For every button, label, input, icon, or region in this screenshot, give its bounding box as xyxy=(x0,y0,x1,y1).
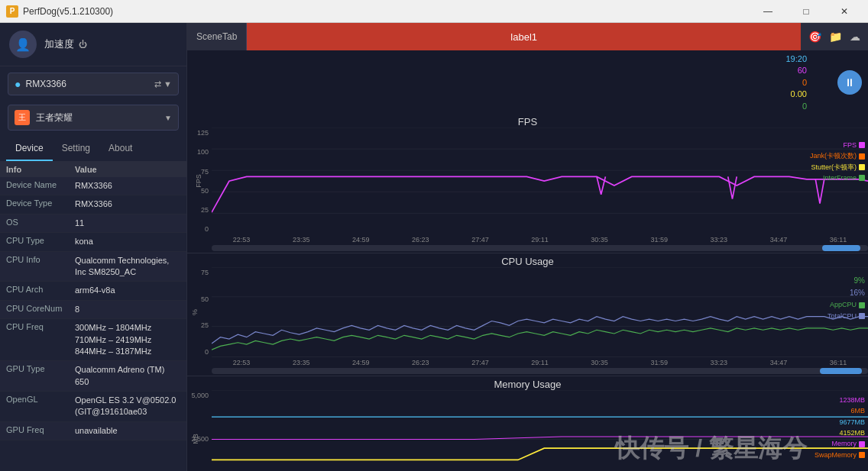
cpu-legend-app: AppCPU xyxy=(828,299,865,310)
fps-chart-title: FPS xyxy=(187,114,868,127)
sidebar-header: 👤 加速度 ⏻ xyxy=(0,23,186,66)
scene-tab[interactable]: SceneTab xyxy=(187,23,247,50)
cpu-chart-svg xyxy=(212,267,868,357)
info-row: GPU Frequnavailable xyxy=(0,422,186,440)
memory-y-axis: 5,0002,5000 xyxy=(187,390,212,471)
info-row: Device NameRMX3366 xyxy=(0,177,186,195)
cpu-scroll-track[interactable] xyxy=(212,368,868,374)
device-arrows-icon: ⇄ ▼ xyxy=(154,79,172,89)
close-button[interactable]: ✕ xyxy=(827,0,862,23)
value-col-header: Value xyxy=(75,165,180,174)
info-row: CPU CoreNum8 xyxy=(0,301,186,319)
top-bar-icons: 🎯 📁 ☁ xyxy=(801,23,868,50)
app-icon: P xyxy=(6,5,18,18)
memory-legend: 1238MB 6MB 9677MB 4152MB Memory SwapMemo… xyxy=(815,395,865,460)
device-status-dot: ● xyxy=(15,78,21,90)
fps-legend-interframe: InterFrame xyxy=(810,173,865,183)
cpu-chart-title: CPU Usage xyxy=(187,253,868,267)
tab-setting[interactable]: Setting xyxy=(53,137,99,161)
sidebar: 👤 加速度 ⏻ ● RMX3366 ⇄ ▼ 王 王者荣耀 ▼ Device Se… xyxy=(0,23,187,471)
val3: 0.00 xyxy=(785,89,807,100)
main-container: 👤 加速度 ⏻ ● RMX3366 ⇄ ▼ 王 王者荣耀 ▼ Device Se… xyxy=(0,23,868,471)
memory-axis-label: MB xyxy=(192,434,199,445)
cpu-x-axis: 22:53 23:35 24:59 26:23 27:47 29:11 30:3… xyxy=(187,357,868,368)
title-bar: P PerfDog(v5.1.210300) — □ ✕ xyxy=(0,0,868,23)
app-name: 王者荣耀 xyxy=(36,111,158,124)
info-row: CPU Freq300MHz – 1804MHz 710MHz – 2419MH… xyxy=(0,319,186,361)
fps-axis-label: FPS xyxy=(195,174,202,188)
val4: 0 xyxy=(785,101,807,112)
cpu-total-stat: 16% xyxy=(828,287,865,299)
fps-value: 60 xyxy=(785,65,807,76)
cpu-scroll-thumb[interactable] xyxy=(820,368,862,374)
info-col-header: Info xyxy=(6,165,75,174)
info-row: CPU InfoQualcomm Technologies, Inc SM825… xyxy=(0,252,186,282)
pause-button[interactable]: ⏸ xyxy=(837,70,862,95)
app-selector[interactable]: 王 王者荣耀 ▼ xyxy=(8,105,179,131)
memory-chart-section: Memory Usage 5,0002,5000 MB xyxy=(187,376,868,471)
memory-legend-mem: Memory xyxy=(815,438,865,449)
fps-legend-fps: FPS xyxy=(810,140,865,150)
fps-stats: 19:20 60 0 0.00 0 xyxy=(785,53,807,112)
fps-legend: FPS Jank(卡顿次数) Stutter(卡顿率) xyxy=(810,140,865,184)
tab-about[interactable]: About xyxy=(99,137,141,161)
memory-val2: 6MB xyxy=(815,405,865,416)
cpu-legend-total: TotalCPU xyxy=(828,311,865,321)
avatar: 👤 xyxy=(9,31,37,58)
cloud-icon[interactable]: ☁ xyxy=(850,31,860,43)
app-chevron-icon: ▼ xyxy=(164,114,172,122)
fps-scroll-track[interactable] xyxy=(212,245,868,251)
time-value: 19:20 xyxy=(785,53,807,65)
maximize-button[interactable]: □ xyxy=(789,0,824,23)
memory-val1: 1238MB xyxy=(815,395,865,405)
title-text: PerfDog(v5.1.210300) xyxy=(23,6,750,17)
fps-chart-body: FPS Jank(卡顿次数) Stutter(卡顿率) xyxy=(212,127,868,234)
fps-legend-stutter: Stutter(卡顿率) xyxy=(810,162,865,173)
memory-val3: 9677MB xyxy=(815,417,865,427)
target-icon[interactable]: 🎯 xyxy=(808,31,821,43)
cpu-app-stat: 9% xyxy=(828,275,865,287)
folder-icon[interactable]: 📁 xyxy=(829,31,842,43)
label-bar: label1 xyxy=(247,23,801,50)
info-row: OS11 xyxy=(0,215,186,233)
memory-chart-body: 1238MB 6MB 9677MB 4152MB Memory SwapMemo… xyxy=(212,390,868,471)
minimize-button[interactable]: — xyxy=(750,0,785,23)
window-controls: — □ ✕ xyxy=(750,0,862,23)
fps-x-axis: 22:53 23:35 24:59 26:23 27:47 29:11 30:3… xyxy=(187,234,868,245)
info-row: GPU TypeQualcomm Adreno (TM) 650 xyxy=(0,361,186,392)
fps-chart-section: FPS 1251007550250 FPS xyxy=(187,114,868,253)
device-selector[interactable]: ● RMX3366 ⇄ ▼ xyxy=(8,73,179,95)
fps-chart-svg xyxy=(212,127,868,234)
fps-scroll-thumb[interactable] xyxy=(822,245,860,251)
cpu-legend: 9% 16% AppCPU TotalCPU xyxy=(828,275,865,321)
cpu-axis-label: % xyxy=(191,309,199,315)
cpu-chart-container: 7550250 % xyxy=(187,267,868,357)
device-name: RMX3366 xyxy=(25,79,154,89)
memory-val4: 4152MB xyxy=(815,427,865,438)
memory-chart-title: Memory Usage xyxy=(187,376,868,390)
content-area: SceneTab label1 🎯 📁 ☁ 19:20 60 0 0.00 0 … xyxy=(187,23,868,471)
tab-device[interactable]: Device xyxy=(6,137,53,161)
tab-bar: Device Setting About xyxy=(0,137,186,162)
power-icon[interactable]: ⏻ xyxy=(79,40,87,49)
charts-area: FPS 1251007550250 FPS xyxy=(187,114,868,471)
controls-row: 19:20 60 0 0.00 0 ⏸ xyxy=(187,50,868,114)
info-row: CPU Typekona xyxy=(0,233,186,251)
fps-chart-container: 1251007550250 FPS xyxy=(187,127,868,234)
top-bar: SceneTab label1 🎯 📁 ☁ xyxy=(187,23,868,50)
cpu-chart-body: 9% 16% AppCPU TotalCPU xyxy=(212,267,868,357)
info-header-row: Info Value xyxy=(0,162,186,177)
info-row: CPU Archarm64-v8a xyxy=(0,282,186,300)
memory-chart-svg xyxy=(212,390,868,471)
username: 加速度 ⏻ xyxy=(44,37,87,51)
info-table: Info Value Device NameRMX3366Device Type… xyxy=(0,162,186,471)
memory-chart-container: 5,0002,5000 MB xyxy=(187,390,868,471)
fps-legend-jank: Jank(卡顿次数) xyxy=(810,150,865,161)
val2: 0 xyxy=(785,77,807,89)
info-row: Device TypeRMX3366 xyxy=(0,195,186,214)
memory-legend-swap: SwapMemory xyxy=(815,450,865,460)
cpu-chart-section: CPU Usage 7550250 % xyxy=(187,253,868,376)
app-game-icon: 王 xyxy=(15,110,30,125)
info-row: OpenGLOpenGL ES 3.2 V@0502.0 (GIT@191610… xyxy=(0,392,186,422)
